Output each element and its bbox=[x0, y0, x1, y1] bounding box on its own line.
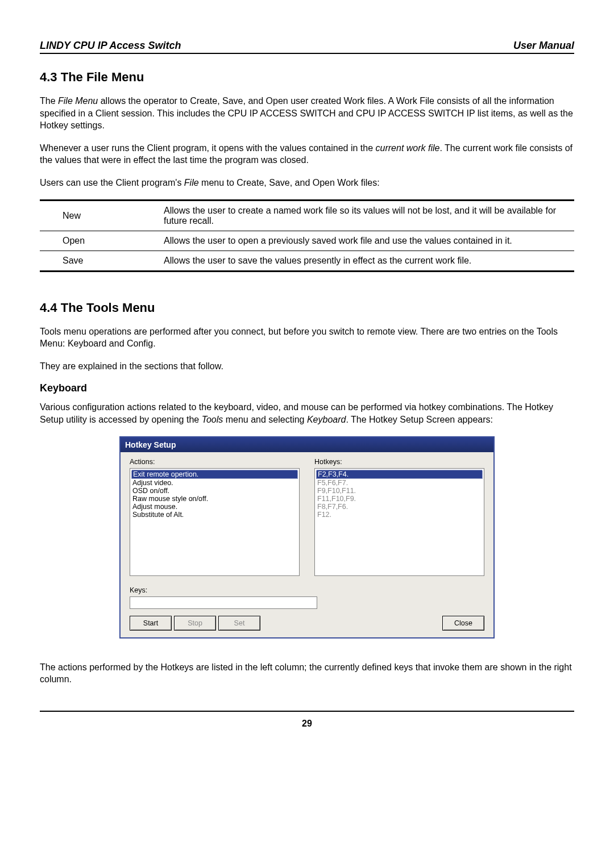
cell-desc: Allows the user to open a previously sav… bbox=[159, 231, 574, 251]
s43-p1: The File Menu allows the operator to Cre… bbox=[40, 95, 574, 132]
file-menu-table: New Allows the user to create a named wo… bbox=[40, 199, 574, 272]
table-row: Save Allows the user to save the values … bbox=[40, 251, 574, 271]
hotkey-setup-dialog: Hotkey Setup Actions: Exit remote operti… bbox=[119, 436, 495, 639]
text: Users can use the Client program's bbox=[40, 178, 184, 187]
s43-p2: Whenever a user runs the Client program,… bbox=[40, 142, 574, 166]
section-4-3-title: 4.3 The File Menu bbox=[40, 70, 574, 85]
list-item[interactable]: Adjust video. bbox=[131, 479, 298, 487]
header-left: LINDY CPU IP Access Switch bbox=[40, 40, 181, 52]
actions-list[interactable]: Exit remote opertion. Adjust video. OSD … bbox=[130, 468, 300, 576]
close-button[interactable]: Close bbox=[442, 616, 484, 631]
text: menu and selecting bbox=[223, 415, 307, 424]
buttons-row: Start Stop Set Close bbox=[130, 616, 484, 631]
list-item[interactable]: F2,F3,F4. bbox=[316, 470, 483, 479]
list-item[interactable]: F9,F10,F11. bbox=[316, 487, 483, 495]
start-button[interactable]: Start bbox=[130, 616, 172, 631]
hotkeys-label: Hotkeys: bbox=[314, 458, 484, 466]
s44-p1: Tools menu operations are performed afte… bbox=[40, 326, 574, 350]
keys-row: Keys: bbox=[130, 586, 484, 609]
text: . The Hotkey Setup Screen appears: bbox=[346, 415, 493, 424]
buttons-left: Start Stop Set bbox=[130, 616, 260, 631]
actions-col: Actions: Exit remote opertion. Adjust vi… bbox=[130, 458, 300, 576]
list-item[interactable]: F12. bbox=[316, 511, 483, 519]
cell-name: Open bbox=[40, 231, 159, 251]
list-item[interactable]: Raw mouse style on/off. bbox=[131, 495, 298, 503]
dialog-body: Actions: Exit remote opertion. Adjust vi… bbox=[121, 452, 493, 637]
text-italic: Keyboard bbox=[307, 415, 346, 424]
lists-row: Actions: Exit remote opertion. Adjust vi… bbox=[130, 458, 484, 576]
keys-label: Keys: bbox=[130, 586, 484, 594]
text-italic: Tools bbox=[202, 415, 223, 424]
text: allows the operator to Create, Save, and… bbox=[40, 96, 573, 130]
footer-rule bbox=[40, 711, 574, 712]
list-item[interactable]: F5,F6,F7. bbox=[316, 479, 483, 487]
list-item[interactable]: F8,F7,F6. bbox=[316, 503, 483, 511]
s43-p3: Users can use the Client program's File … bbox=[40, 177, 574, 189]
header-right: User Manual bbox=[513, 40, 574, 52]
text: menu to Create, Save, and Open Work file… bbox=[199, 178, 380, 187]
section-4-4-title: 4.4 The Tools Menu bbox=[40, 301, 574, 315]
s44-p2: They are explained in the sections that … bbox=[40, 360, 574, 373]
actions-label: Actions: bbox=[130, 458, 300, 466]
set-button[interactable]: Set bbox=[218, 616, 260, 631]
text-italic: File Menu bbox=[58, 96, 98, 106]
cell-name: Save bbox=[40, 251, 159, 271]
list-item[interactable]: Exit remote opertion. bbox=[131, 470, 298, 479]
table-row: Open Allows the user to open a previousl… bbox=[40, 231, 574, 251]
page: LINDY CPU IP Access Switch User Manual 4… bbox=[0, 0, 614, 729]
list-item[interactable]: OSD on/off. bbox=[131, 487, 298, 495]
page-header: LINDY CPU IP Access Switch User Manual bbox=[40, 40, 574, 54]
keyboard-p: Various configuration actions related to… bbox=[40, 401, 574, 425]
list-item[interactable]: Adjust mouse. bbox=[131, 503, 298, 511]
stop-button[interactable]: Stop bbox=[174, 616, 216, 631]
after-hotkey-p: The actions performed by the Hotkeys are… bbox=[40, 661, 574, 686]
dialog-titlebar[interactable]: Hotkey Setup bbox=[121, 437, 493, 452]
keyboard-heading: Keyboard bbox=[40, 382, 574, 394]
text-italic: current work file bbox=[376, 143, 440, 153]
text: Whenever a user runs the Client program,… bbox=[40, 143, 376, 153]
list-item[interactable]: Substitute of Alt. bbox=[131, 511, 298, 519]
cell-name: New bbox=[40, 200, 159, 231]
list-item[interactable]: F11,F10,F9. bbox=[316, 495, 483, 503]
cell-desc: Allows the user to save the values prese… bbox=[159, 251, 574, 271]
hotkeys-col: Hotkeys: F2,F3,F4. F5,F6,F7. F9,F10,F11.… bbox=[314, 458, 484, 576]
text-italic: File bbox=[184, 178, 199, 187]
hotkeys-list[interactable]: F2,F3,F4. F5,F6,F7. F9,F10,F11. F11,F10,… bbox=[314, 468, 484, 576]
text: The bbox=[40, 96, 58, 106]
page-number: 29 bbox=[40, 719, 574, 729]
cell-desc: Allows the user to create a named work f… bbox=[159, 200, 574, 231]
table-row: New Allows the user to create a named wo… bbox=[40, 200, 574, 231]
keys-input[interactable] bbox=[130, 596, 317, 609]
